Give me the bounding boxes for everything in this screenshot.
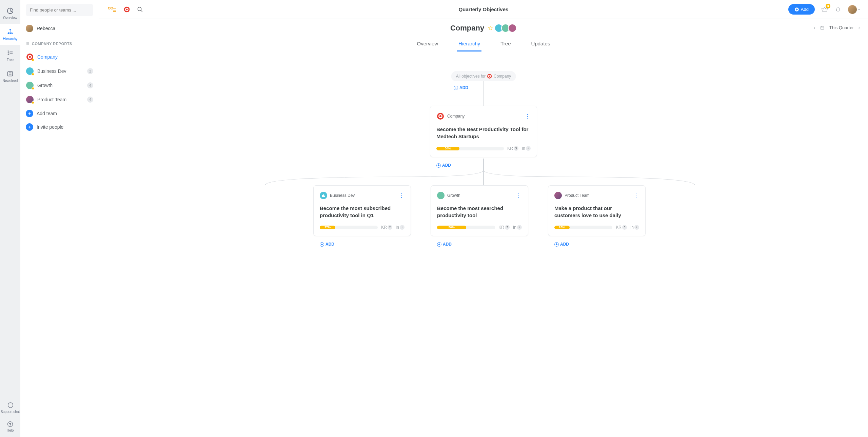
sidebar-item-product-team[interactable]: Product Team 4: [26, 92, 93, 107]
report-label: Business Dev: [37, 68, 66, 74]
svg-rect-4: [12, 33, 13, 34]
star-icon[interactable]: ☆: [488, 24, 493, 32]
add-child-objective[interactable]: + ADD: [320, 242, 334, 247]
kr-chip[interactable]: KR3: [616, 225, 627, 230]
bell-button[interactable]: [834, 6, 842, 13]
in-chip[interactable]: In+: [630, 225, 639, 230]
svg-rect-18: [821, 26, 824, 29]
team-icon: [554, 192, 562, 199]
canvas[interactable]: All objectives for Company + ADD Company…: [99, 51, 868, 437]
period-next[interactable]: ›: [859, 25, 860, 30]
tab-hierarchy[interactable]: Hierarchy: [457, 37, 481, 51]
svg-rect-3: [9, 33, 11, 34]
objective-card-product-team[interactable]: Product Team ⋮ Make a product that our c…: [548, 185, 646, 236]
calendar-icon: [820, 25, 825, 30]
kr-chip[interactable]: KR2: [381, 225, 392, 230]
progress-fill: 34%: [436, 147, 459, 150]
svg-point-24: [439, 115, 441, 117]
nav-hierarchy[interactable]: Hierarchy: [0, 24, 20, 45]
nav-support-chat[interactable]: Support chat: [0, 399, 20, 416]
svg-text:?: ?: [9, 422, 11, 426]
sidebar-item-growth[interactable]: Growth 4: [26, 78, 93, 92]
sidebar-item-company[interactable]: Company: [26, 50, 93, 64]
people-icon[interactable]: [107, 6, 117, 13]
sidebar-add-team[interactable]: + Add team: [26, 107, 93, 120]
user-menu[interactable]: ▾: [848, 5, 860, 14]
period-prev[interactable]: ‹: [814, 25, 815, 30]
objective-card-company[interactable]: Company ⋮ Become the Best Productivity T…: [430, 106, 537, 157]
nav-help[interactable]: ? Help: [0, 418, 20, 435]
add-child-objective[interactable]: + ADD: [437, 242, 452, 247]
in-chip[interactable]: In+: [513, 225, 522, 230]
root-chip[interactable]: All objectives for Company: [451, 71, 516, 81]
nav-newsfeed[interactable]: Newsfeed: [0, 66, 20, 87]
add-child-objective[interactable]: + ADD: [554, 242, 569, 247]
card-title: Make a product that our customers love t…: [554, 205, 639, 219]
plus-icon: +: [554, 242, 559, 247]
entity-title: Company: [450, 24, 484, 33]
tabs: Overview Hierarchy Tree Updates: [107, 37, 860, 51]
crown-button[interactable]: 3: [821, 6, 828, 13]
team-icon: [437, 192, 445, 199]
report-count: 2: [87, 68, 93, 74]
plus-icon: +: [26, 123, 33, 131]
add-child-objective[interactable]: + ADD: [436, 163, 451, 168]
sidebar-user[interactable]: Rebecca: [26, 22, 93, 38]
hierarchy-icon: [6, 28, 14, 36]
target-icon[interactable]: [123, 6, 130, 13]
plus-icon: +: [436, 163, 441, 168]
tab-tree[interactable]: Tree: [499, 37, 512, 51]
tab-updates[interactable]: Updates: [530, 37, 552, 51]
team-icon: [320, 192, 327, 199]
section-title: COMPANY REPORTS: [32, 42, 72, 46]
target-icon: [436, 112, 445, 120]
add-label: ADD: [443, 242, 452, 247]
team-icon: [26, 81, 34, 89]
team-avatars[interactable]: [496, 24, 517, 33]
svg-point-15: [126, 8, 128, 10]
nav-label: Support chat: [1, 410, 20, 414]
objective-card-growth[interactable]: Growth ⋮ Become the most searched produc…: [431, 185, 528, 236]
plus-circle-icon: [794, 7, 799, 12]
nav-label: Newsfeed: [3, 79, 18, 83]
in-chip[interactable]: In+: [396, 225, 405, 230]
progress-bar: 27%: [320, 226, 378, 229]
sidebar-item-business-dev[interactable]: Business Dev 2: [26, 64, 93, 78]
progress-fill: 27%: [320, 226, 335, 229]
sidebar-invite-people[interactable]: + Invite people: [26, 120, 93, 134]
add-root-objective[interactable]: + ADD: [454, 85, 468, 90]
in-chip[interactable]: In+: [522, 146, 531, 151]
root-chip-prefix: All objectives for: [456, 74, 486, 79]
page-header: Company ☆ ‹ This Quarter › Overview Hier…: [99, 19, 868, 51]
nav-rail: Overview Hierarchy Tree Newsfeed Support…: [0, 0, 20, 437]
section-header: COMPANY REPORTS: [26, 38, 93, 50]
search-input[interactable]: [26, 4, 93, 16]
period-label[interactable]: This Quarter: [829, 25, 854, 30]
kr-chip[interactable]: KR3: [498, 225, 510, 230]
add-label: ADD: [459, 85, 468, 90]
progress-fill: 26%: [554, 226, 570, 229]
nav-tree[interactable]: Tree: [0, 45, 20, 66]
card-menu-button[interactable]: ⋮: [399, 192, 405, 199]
nav-label: Hierarchy: [3, 37, 18, 41]
plus-icon: +: [437, 242, 441, 247]
card-menu-button[interactable]: ⋮: [516, 192, 522, 199]
report-count: 4: [87, 82, 93, 88]
add-button[interactable]: Add: [788, 4, 815, 15]
svg-point-21: [489, 76, 490, 77]
objective-card-business-dev[interactable]: Business Dev ⋮ Become the most subscribe…: [313, 185, 411, 236]
main: Quarterly Objectives Add 3 ▾: [99, 0, 868, 437]
kr-chip[interactable]: KR3: [507, 146, 518, 151]
search-icon[interactable]: [137, 6, 143, 13]
card-menu-button[interactable]: ⋮: [525, 113, 531, 120]
card-title: Become the most searched productivity to…: [437, 205, 522, 219]
invite-label: Invite people: [37, 124, 63, 130]
sidebar: Rebecca COMPANY REPORTS Company Business…: [20, 0, 99, 437]
crown-badge: 3: [826, 4, 830, 8]
report-label: Growth: [37, 83, 53, 88]
card-menu-button[interactable]: ⋮: [633, 192, 639, 199]
divider: [26, 138, 93, 138]
tab-overview[interactable]: Overview: [416, 37, 440, 51]
nav-overview[interactable]: Overview: [0, 3, 20, 24]
pie-icon: [6, 7, 14, 15]
